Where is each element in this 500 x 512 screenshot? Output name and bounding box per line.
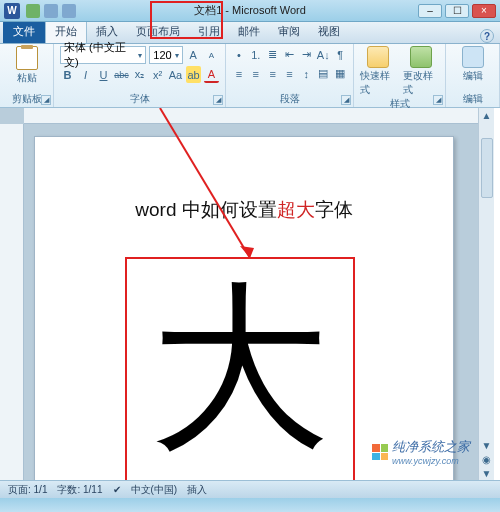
document-workspace: word 中如何设置超大字体 大 — [0, 108, 478, 480]
tab-view[interactable]: 视图 — [309, 20, 349, 43]
quick-styles-button[interactable]: 快速样式 — [360, 46, 397, 97]
change-case-button[interactable]: Aa — [168, 66, 183, 83]
big-character: 大 — [150, 280, 330, 460]
bullets-button[interactable]: • — [232, 46, 246, 63]
close-button[interactable]: × — [472, 4, 496, 18]
font-name-combo[interactable]: 宋体 (中文正文)▾ — [60, 46, 146, 64]
scroll-up-icon[interactable]: ▲ — [480, 108, 494, 122]
editing-label: 编辑 — [463, 69, 483, 83]
borders-button[interactable]: ▦ — [333, 65, 347, 82]
change-styles-icon — [410, 46, 432, 68]
editing-button[interactable]: 编辑 — [453, 46, 493, 83]
change-styles-label: 更改样式 — [403, 69, 440, 97]
clipboard-launcher[interactable]: ◢ — [41, 95, 51, 105]
quick-access-toolbar — [26, 4, 76, 18]
heading-pre: word 中如何设置 — [135, 199, 276, 220]
heading-emphasis: 超大 — [277, 199, 315, 220]
group-font-label: 字体 — [60, 92, 219, 106]
window-controls: – ☐ × — [418, 4, 496, 18]
word-app-icon: W — [4, 3, 20, 19]
window-title: 文档1 - Microsoft Word — [194, 3, 306, 18]
tab-page-layout[interactable]: 页面布局 — [127, 20, 189, 43]
vertical-ruler[interactable] — [0, 124, 24, 480]
font-color-button[interactable]: A — [204, 66, 219, 83]
minimize-button[interactable]: – — [418, 4, 442, 18]
chevron-down-icon: ▾ — [175, 51, 179, 60]
chevron-down-icon: ▾ — [138, 51, 142, 60]
qat-redo-icon[interactable] — [62, 4, 76, 18]
numbering-button[interactable]: 1. — [249, 46, 263, 63]
watermark-url: www.ycwjzy.com — [392, 456, 470, 466]
scroll-thumb[interactable] — [481, 138, 493, 198]
find-icon — [462, 46, 484, 68]
change-styles-button[interactable]: 更改样式 — [403, 46, 440, 97]
group-styles: 快速样式 更改样式 样式 ◢ — [354, 44, 446, 107]
underline-button[interactable]: U — [96, 66, 111, 83]
status-words[interactable]: 字数: 1/11 — [57, 483, 102, 497]
watermark-logo-icon — [372, 444, 388, 460]
status-proofing-icon[interactable]: ✔ — [113, 484, 121, 495]
subscript-button[interactable]: x₂ — [132, 66, 147, 83]
group-paragraph: • 1. ≣ ⇤ ⇥ A↓ ¶ ≡ ≡ ≡ ≡ ↕ ▤ ▦ 段落 ◢ — [226, 44, 354, 107]
multilevel-button[interactable]: ≣ — [266, 46, 280, 63]
strike-button[interactable]: abc — [114, 66, 129, 83]
italic-button[interactable]: I — [78, 66, 93, 83]
paste-button[interactable]: 粘贴 — [6, 46, 47, 85]
align-left-button[interactable]: ≡ — [232, 65, 246, 82]
align-justify-button[interactable]: ≡ — [283, 65, 297, 82]
styles-launcher[interactable]: ◢ — [433, 95, 443, 105]
group-font: 宋体 (中文正文)▾ 120▾ A A B I U abc x₂ x² Aa a… — [54, 44, 226, 107]
window-titlebar: W 文档1 - Microsoft Word – ☐ × — [0, 0, 500, 22]
quick-styles-label: 快速样式 — [360, 69, 397, 97]
horizontal-ruler[interactable] — [24, 108, 478, 124]
align-center-button[interactable]: ≡ — [249, 65, 263, 82]
font-size-combo[interactable]: 120▾ — [149, 46, 182, 64]
annotation-big-char-box: 大 — [125, 257, 355, 480]
increase-indent-button[interactable]: ⇥ — [299, 46, 313, 63]
tab-mailings[interactable]: 邮件 — [229, 20, 269, 43]
shrink-font-button[interactable]: A — [204, 47, 219, 64]
document-heading-line: word 中如何设置超大字体 — [35, 197, 453, 223]
tab-references[interactable]: 引用 — [189, 20, 229, 43]
paste-label: 粘贴 — [17, 71, 37, 85]
watermark-text: 纯净系统之家 — [392, 438, 470, 456]
group-editing-label: 编辑 — [452, 92, 493, 106]
decrease-indent-button[interactable]: ⇤ — [283, 46, 297, 63]
tab-review[interactable]: 审阅 — [269, 20, 309, 43]
font-launcher[interactable]: ◢ — [213, 95, 223, 105]
vertical-scrollbar[interactable]: ▲ ▼ ◉ ▼ — [478, 108, 494, 480]
maximize-button[interactable]: ☐ — [445, 4, 469, 18]
window-border-bottom — [0, 498, 500, 512]
prev-page-icon[interactable]: ◉ — [480, 452, 494, 466]
group-editing: 编辑 编辑 — [446, 44, 500, 107]
superscript-button[interactable]: x² — [150, 66, 165, 83]
watermark: 纯净系统之家 www.ycwjzy.com — [372, 438, 470, 466]
line-spacing-button[interactable]: ↕ — [299, 65, 313, 82]
highlight-button[interactable]: ab — [186, 66, 201, 83]
document-page[interactable]: word 中如何设置超大字体 大 — [34, 136, 454, 480]
help-icon[interactable]: ? — [480, 29, 494, 43]
tab-file[interactable]: 文件 — [3, 20, 45, 43]
grow-font-button[interactable]: A — [186, 47, 201, 64]
group-paragraph-label: 段落 — [232, 92, 347, 106]
font-size-value: 120 — [153, 49, 171, 61]
qat-undo-icon[interactable] — [44, 4, 58, 18]
paragraph-launcher[interactable]: ◢ — [341, 95, 351, 105]
group-clipboard: 粘贴 剪贴板 ◢ — [0, 44, 54, 107]
status-language[interactable]: 中文(中国) — [131, 483, 178, 497]
bold-button[interactable]: B — [60, 66, 75, 83]
quick-styles-icon — [367, 46, 389, 68]
heading-post: 字体 — [315, 199, 353, 220]
scroll-down-icon[interactable]: ▼ — [480, 438, 494, 452]
status-page[interactable]: 页面: 1/1 — [8, 483, 47, 497]
status-insert-mode[interactable]: 插入 — [187, 483, 207, 497]
show-marks-button[interactable]: ¶ — [333, 46, 347, 63]
shading-button[interactable]: ▤ — [316, 65, 330, 82]
status-bar: 页面: 1/1 字数: 1/11 ✔ 中文(中国) 插入 — [0, 480, 500, 498]
next-page-icon[interactable]: ▼ — [480, 466, 494, 480]
ribbon: 粘贴 剪贴板 ◢ 宋体 (中文正文)▾ 120▾ A A B I U abc — [0, 44, 500, 108]
paste-icon — [16, 46, 38, 70]
sort-button[interactable]: A↓ — [316, 46, 330, 63]
qat-save-icon[interactable] — [26, 4, 40, 18]
align-right-button[interactable]: ≡ — [266, 65, 280, 82]
